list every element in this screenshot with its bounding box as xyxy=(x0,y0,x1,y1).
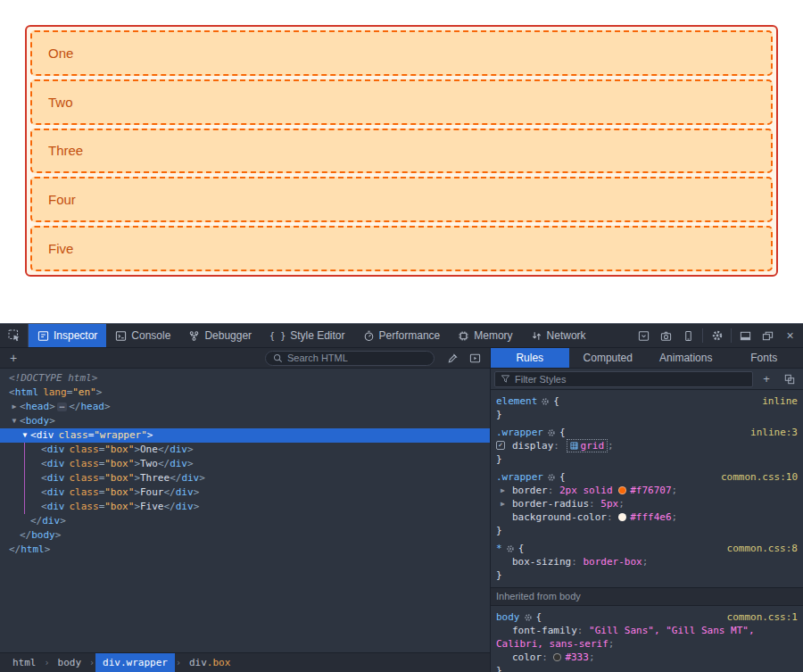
sidebar-tab-computed[interactable]: Computed xyxy=(569,348,648,368)
tab-style-editor[interactable]: { }Style Editor xyxy=(261,324,353,347)
rule-selector[interactable]: * xyxy=(496,543,502,554)
markup-line[interactable]: <divclass="box">Five</div> xyxy=(0,500,490,514)
devtools-toolbar: InspectorConsoleDebugger{ }Style EditorP… xyxy=(0,324,803,348)
sidebar-tab-rules[interactable]: Rules xyxy=(491,348,569,368)
markup-line[interactable]: </div> xyxy=(0,514,490,528)
tab-inspector[interactable]: Inspector xyxy=(29,324,106,347)
grid-box-label: Three xyxy=(48,143,83,158)
grid-icon[interactable] xyxy=(570,442,578,450)
rule-selector[interactable]: element xyxy=(496,395,537,407)
add-rule-button[interactable]: + xyxy=(757,372,776,386)
rule-source-link[interactable]: common.css:8 xyxy=(727,542,798,555)
expand-arrow-icon[interactable]: ▶ xyxy=(9,400,20,414)
expand-shorthand-icon[interactable]: ▶ xyxy=(501,484,509,497)
settings-gear-icon xyxy=(711,329,724,342)
iframe-picker-button[interactable] xyxy=(633,324,655,347)
dock-to-bottom-button[interactable] xyxy=(734,324,757,347)
open-brace: { xyxy=(553,395,559,407)
tab-debugger[interactable]: Debugger xyxy=(179,324,261,347)
color-swatch[interactable] xyxy=(618,513,626,521)
close-brace: } xyxy=(491,408,803,421)
filter-styles-input[interactable]: Filter Styles xyxy=(494,371,753,387)
css-declaration[interactable]: ▶border: 2px solid #f76707; xyxy=(491,484,803,497)
breadcrumb-item-body[interactable]: body xyxy=(51,653,89,672)
sidebar-tab-animations[interactable]: Animations xyxy=(647,348,725,368)
breadcrumb-item-div.wrapper[interactable]: div.wrapper xyxy=(95,653,175,672)
markup-line[interactable]: ▶<head>⋯</head> xyxy=(0,400,490,414)
grid-display-toggle[interactable]: grid xyxy=(567,439,608,452)
rule-selector[interactable]: body xyxy=(496,611,520,623)
tab-console[interactable]: Console xyxy=(106,324,179,347)
color-swatch[interactable] xyxy=(553,653,561,661)
tab-performance[interactable]: Performance xyxy=(354,324,450,347)
rule-selector[interactable]: .wrapper xyxy=(496,427,543,438)
eyedropper-icon[interactable] xyxy=(447,353,459,364)
markup-line[interactable]: ▼<body> xyxy=(0,414,490,428)
token-tag: div xyxy=(47,501,65,512)
css-declaration[interactable]: ✓display: grid; xyxy=(491,439,803,452)
markup-line[interactable]: <htmllang="en"> xyxy=(0,386,490,400)
sidebar-tab-fonts[interactable]: Fonts xyxy=(725,348,803,368)
markup-line[interactable]: <divclass="box">Two</div> xyxy=(0,457,490,471)
declaration-checkbox[interactable]: ✓ xyxy=(496,441,505,450)
css-declaration[interactable]: box-sizing: border-box; xyxy=(491,555,803,568)
markup-line[interactable]: ▼<divclass="wrapper"> xyxy=(0,428,490,443)
filter-styles-row: Filter Styles + xyxy=(491,369,803,390)
expand-shorthand-icon[interactable]: ▶ xyxy=(501,497,509,510)
add-node-button[interactable]: + xyxy=(0,348,27,368)
colon: : xyxy=(548,485,559,496)
token-p: </ xyxy=(164,486,176,498)
breadcrumb-item-html[interactable]: html xyxy=(5,653,44,672)
selector-gear-icon[interactable] xyxy=(524,613,533,622)
class-panel-toggle-button[interactable] xyxy=(780,374,799,385)
breadcrumb-separator-icon: › xyxy=(175,658,182,668)
tab-memory[interactable]: Memory xyxy=(449,324,521,347)
markup-line[interactable]: <divclass="box">Three</div> xyxy=(0,471,490,485)
collapse-arrow-icon[interactable]: ▼ xyxy=(20,428,30,443)
close-brace: } xyxy=(491,664,803,672)
inspector-toolbar-icons xyxy=(447,353,481,364)
element-picker-button[interactable] xyxy=(0,324,29,347)
css-declaration[interactable]: font-family: "Gill Sans", "Gill Sans MT"… xyxy=(491,624,803,651)
grid-box-three: Three xyxy=(30,129,773,174)
colon: : xyxy=(589,498,600,510)
toolbar-tabs: InspectorConsoleDebugger{ }Style EditorP… xyxy=(29,324,595,347)
screenshot-button[interactable] xyxy=(655,324,677,347)
rule-source-link[interactable]: common.css:10 xyxy=(721,470,798,484)
close-devtools-button[interactable]: × xyxy=(779,324,801,347)
search-html-input[interactable]: Search HTML xyxy=(265,351,435,366)
token-p: </ xyxy=(30,515,42,527)
markup-line[interactable]: </body> xyxy=(0,528,490,543)
grid-box-one: One xyxy=(30,30,773,76)
paint-flashing-icon[interactable] xyxy=(469,353,481,364)
responsive-design-button[interactable] xyxy=(677,324,700,347)
css-declaration[interactable]: color: #333; xyxy=(491,651,803,664)
settings-gear-button[interactable] xyxy=(706,324,728,347)
rule-selector[interactable]: .wrapper xyxy=(496,471,543,483)
collapse-arrow-icon[interactable]: ▼ xyxy=(9,414,20,428)
token-p: > xyxy=(45,543,51,555)
color-swatch[interactable] xyxy=(618,486,626,494)
token-attr: lang xyxy=(43,386,67,398)
breadcrumb-item-div.box[interactable]: div.box xyxy=(182,653,237,672)
markup-line[interactable]: <divclass="box">One</div> xyxy=(0,443,490,457)
css-declaration[interactable]: background-color: #fff4e6; xyxy=(491,510,803,524)
rule-source-link[interactable]: common.css:1 xyxy=(727,610,798,624)
selector-gear-icon[interactable] xyxy=(547,428,556,437)
css-declaration[interactable]: ▶border-radius: 5px; xyxy=(491,497,803,510)
filter-icon xyxy=(501,374,510,384)
markup-line[interactable]: </html> xyxy=(0,543,490,557)
close-brace: } xyxy=(491,524,803,537)
property-name: font-family xyxy=(512,625,577,636)
token-tag: div xyxy=(37,429,54,441)
selector-gear-icon[interactable] xyxy=(506,544,515,553)
markup-line[interactable]: <divclass="box">Four</div> xyxy=(0,485,490,500)
markup-line[interactable]: <!DOCTYPE html> xyxy=(0,371,490,386)
selector-gear-icon[interactable] xyxy=(541,397,550,406)
rule-source-link[interactable]: inline:3 xyxy=(750,426,798,439)
crumb-tag: div xyxy=(189,657,207,668)
rule-source-link[interactable]: inline xyxy=(762,394,798,408)
tab-network[interactable]: Network xyxy=(522,324,595,347)
selector-gear-icon[interactable] xyxy=(547,473,556,482)
separate-window-button[interactable] xyxy=(757,324,779,347)
